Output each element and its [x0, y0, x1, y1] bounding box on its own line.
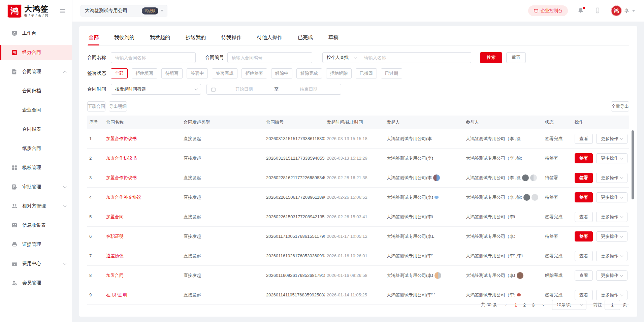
contract-name-link[interactable]: 加盟合同 [106, 273, 124, 278]
table-row: 6在职证明直接发起2026011710051768615511790488202… [87, 227, 629, 246]
status-chip-拒绝解除[interactable]: 拒绝解除 [326, 68, 352, 78]
approval-icon [11, 184, 18, 190]
export-detail-button[interactable]: 导出明细 [109, 101, 127, 111]
template-icon [11, 165, 18, 171]
status-chip-已撤回[interactable]: 已撤回 [356, 68, 377, 78]
contract-name-input[interactable] [111, 52, 196, 63]
time-type-select[interactable]: 按发起时间筛选 [111, 84, 201, 95]
sidebar-item-工作台[interactable]: 工作台 [0, 26, 72, 41]
contract-code-cell: 2026022615031772089421351583 [264, 214, 325, 219]
view-button[interactable]: 查看 [575, 251, 593, 261]
sidebar-item-合同管理[interactable]: 合同管理 [0, 64, 72, 79]
export-all-button[interactable]: 全量导出 [611, 101, 629, 111]
sidebar-item-label: 相对方管理 [22, 203, 46, 209]
view-button[interactable]: 查看 [575, 212, 593, 222]
more-actions-button[interactable]: 更多操作 [596, 212, 627, 222]
sidebar-item-相对方管理[interactable]: 相对方管理 [0, 198, 72, 214]
contract-name-link[interactable]: 在职证明 [106, 234, 124, 239]
sidebar-item-费用中心[interactable]: ¥费用中心 [0, 256, 72, 271]
contract-name-link[interactable]: 在 职 证 明 [106, 292, 127, 297]
initiator-cell: 大鸿签测试专用公司(李t [385, 194, 464, 200]
initiator-cell: 大鸿签测试专用公司(李' [385, 253, 464, 259]
more-actions-button[interactable]: 更多操作 [596, 192, 627, 202]
view-button[interactable]: 查看 [575, 134, 593, 144]
contract-name-link[interactable]: 加盟合作协议书 [106, 136, 137, 141]
sidebar-item-审批管理[interactable]: 审批管理 [0, 179, 72, 195]
sidebar-item-会员管理[interactable]: 会员管理 [0, 275, 72, 291]
status-chip-解除完成[interactable]: 解除完成 [296, 68, 322, 78]
contract-code-cell: 2026011609261768526817915549 [264, 273, 325, 278]
status-chip-拒绝填写[interactable]: 拒绝填写 [132, 68, 157, 78]
contract-code-input[interactable] [227, 52, 312, 63]
status-chip-拒绝签署[interactable]: 拒绝签署 [242, 68, 267, 78]
status-chip-全部[interactable]: 全部 [111, 68, 128, 78]
company-select[interactable]: 大鸿签测试专用公司 高级版 [80, 5, 167, 17]
chevron-down-icon [620, 136, 623, 140]
row-index: 9 [87, 292, 104, 297]
more-actions-button[interactable]: 更多操作 [596, 231, 627, 242]
contract-name-link[interactable]: 加盟合作补充协议 [106, 195, 141, 200]
person-search-select[interactable]: 按个人查找 [322, 52, 360, 63]
more-actions-button[interactable]: 更多操作 [596, 153, 627, 163]
status-chip-解除中[interactable]: 解除中 [271, 68, 292, 78]
initiator-text: 大鸿签测试专用公司(李L [387, 233, 434, 239]
reset-button[interactable]: 重置 [506, 52, 526, 63]
tab-待他人操作[interactable]: 待他人操作 [256, 32, 283, 45]
user-menu[interactable]: 鸿 李 [611, 5, 635, 16]
status-chip-签署完成[interactable]: 签署完成 [212, 68, 237, 78]
view-button[interactable]: 查看 [575, 290, 593, 300]
contract-name-link[interactable]: 退差协议 [106, 253, 124, 258]
contract-name-link[interactable]: 加盟合作协议书 [106, 156, 137, 161]
view-button[interactable]: 查看 [575, 270, 593, 281]
tab-全部[interactable]: 全部 [88, 32, 99, 45]
tab-抄送我的[interactable]: 抄送我的 [185, 32, 206, 45]
contract-name-link[interactable]: 加盟合同 [106, 214, 124, 219]
filter-row-keywords: 合同名称 合同编号 按个人查找 搜索 重置 [87, 52, 629, 63]
sidebar-subitem-合同报表[interactable]: 合同报表 [0, 122, 72, 137]
status-chip-签署中[interactable]: 签署中 [187, 68, 208, 78]
more-actions-button[interactable]: 更多操作 [596, 290, 627, 300]
sidebar-subitem-纸质合同[interactable]: 纸质合同 [0, 141, 72, 156]
sidebar-item-经办合同[interactable]: 经办合同 [0, 45, 72, 60]
sign-button[interactable]: 签署 [575, 173, 593, 183]
time-type-select-value: 按发起时间筛选 [115, 86, 146, 92]
status-chip-待填写[interactable]: 待填写 [161, 68, 183, 78]
sidebar-item-信息收集表[interactable]: 信息收集表 [0, 218, 72, 233]
sidebar-item-证据管理[interactable]: 证据管理 [0, 237, 72, 252]
table-row: 5加盟合同直接发起2026022615031772089421351583202… [87, 207, 629, 227]
sidebar-item-模板管理[interactable]: 模板管理 [0, 160, 72, 175]
redaction-blob [530, 174, 537, 181]
notification-bell-icon[interactable] [577, 7, 585, 14]
sign-button[interactable]: 签署 [575, 231, 593, 242]
status-cell: 签署完成 [543, 292, 573, 298]
enterprise-console-button[interactable]: 企业控制台 [528, 5, 568, 16]
contract-name-link[interactable]: 加盟合作协议书 [106, 175, 137, 180]
sidebar-subitem-合同归档[interactable]: 合同归档 [0, 83, 72, 99]
sign-button[interactable]: 签署 [575, 192, 593, 202]
mobile-device-icon[interactable] [594, 7, 602, 14]
status-chip-已过期[interactable]: 已过期 [381, 68, 402, 78]
download-contract-button[interactable]: 下载合同 [87, 101, 105, 111]
tab-我发起的[interactable]: 我发起的 [149, 32, 171, 45]
date-range-picker[interactable]: 开始日期 至 结束日期 [206, 84, 341, 95]
tab-我收到的[interactable]: 我收到的 [114, 32, 135, 45]
search-button[interactable]: 搜索 [480, 52, 502, 63]
initiator-cell: 大鸿签测试专用公司(李L [385, 233, 464, 239]
more-actions-button[interactable]: 更多操作 [596, 134, 627, 144]
sidebar-subitem-企业合同[interactable]: 企业合同 [0, 102, 72, 118]
chevron-down-icon [620, 273, 623, 277]
sign-button[interactable]: 签署 [575, 153, 593, 163]
tab-已完成[interactable]: 已完成 [297, 32, 314, 45]
more-actions-button[interactable]: 更多操作 [596, 251, 627, 261]
tab-待我操作[interactable]: 待我操作 [221, 32, 242, 45]
person-name-input[interactable] [360, 52, 471, 63]
more-actions-button[interactable]: 更多操作 [596, 173, 627, 183]
row-index: 8 [87, 273, 104, 278]
chevron-down-icon [354, 56, 357, 59]
menu-collapse-icon[interactable] [59, 7, 67, 15]
tab-草稿[interactable]: 草稿 [328, 32, 339, 45]
filter-row-status: 签署状态 全部拒绝填写待填写签署中签署完成拒绝签署解除中解除完成拒绝解除已撤回已… [87, 68, 629, 78]
contract-type-cell: 直接发起 [182, 155, 264, 161]
more-actions-button[interactable]: 更多操作 [596, 270, 627, 281]
vertical-scrollbar[interactable] [632, 130, 634, 199]
